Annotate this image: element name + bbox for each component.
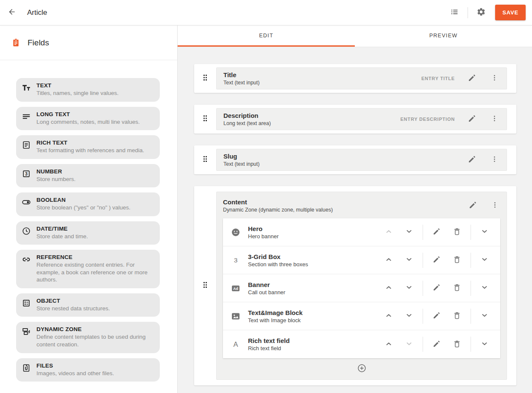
field-type-description: Titles, names, single line values. (36, 89, 119, 97)
divider (471, 309, 471, 324)
sidebar-item[interactable]: RICH TEXT Text formatting with reference… (16, 135, 160, 159)
expand-component-button[interactable] (478, 338, 491, 351)
move-down-button[interactable] (403, 310, 415, 323)
pencil-icon (468, 114, 476, 124)
trash-icon (453, 340, 461, 349)
svg-text:3: 3 (234, 256, 238, 264)
move-down-button[interactable] (403, 282, 415, 295)
drag-icon (201, 154, 209, 166)
sidebar-item[interactable]: FILES Images, videos and other files. (16, 358, 160, 382)
topbar-actions: SAVE (447, 5, 526, 20)
chevron-down-icon (480, 255, 489, 265)
save-button[interactable]: SAVE (495, 5, 526, 20)
letter-a-icon: A (231, 339, 241, 349)
object-icon (22, 298, 31, 308)
edit-field-button[interactable] (466, 73, 477, 84)
main-panel: EDIT PREVIEW Title (178, 25, 532, 393)
field-menu-button[interactable] (489, 154, 500, 165)
field-menu-button[interactable] (489, 114, 500, 125)
sidebar-item[interactable]: LONG TEXT Long comments, notes, multi li… (16, 107, 160, 131)
field-bar: Description Long text (text area) ENTRY … (216, 108, 507, 130)
divider (468, 7, 468, 18)
edit-component-button[interactable] (430, 226, 443, 239)
move-up-button[interactable] (382, 338, 395, 351)
move-up-button[interactable] (382, 310, 395, 323)
plus-circle-icon (357, 363, 367, 374)
files-icon (22, 363, 31, 373)
delete-component-button[interactable] (451, 282, 463, 295)
kebab-icon (490, 74, 499, 83)
move-up-button[interactable] (382, 226, 395, 239)
chevron-up-icon (384, 340, 393, 349)
field-menu-button[interactable] (489, 73, 500, 84)
divider (471, 337, 471, 352)
drag-icon (201, 113, 209, 125)
move-down-button[interactable] (403, 254, 415, 267)
edit-field-button[interactable] (466, 114, 477, 125)
chevron-down-icon (480, 283, 489, 293)
field-bar: Title Text (text input) ENTRY TITLE (216, 67, 507, 89)
field-menu-button[interactable] (489, 200, 500, 211)
tab-preview[interactable]: PREVIEW (355, 25, 532, 47)
edit-field-button[interactable] (466, 154, 477, 165)
sidebar-item[interactable]: DYNAMIC ZONE Define content templates to… (16, 322, 160, 353)
component-name: Banner (248, 281, 285, 288)
pencil-icon (432, 340, 441, 349)
settings-button[interactable] (474, 5, 489, 20)
move-down-button[interactable] (403, 338, 415, 351)
expand-component-button[interactable] (478, 310, 491, 323)
edit-field-button[interactable] (467, 200, 478, 211)
tab-edit[interactable]: EDIT (178, 25, 355, 47)
delete-component-button[interactable] (451, 254, 463, 267)
move-down-button[interactable] (403, 226, 415, 239)
trash-icon (453, 311, 461, 321)
field-type: Text (text input) (223, 161, 259, 167)
dynamic-zone-header: Content Dynamic Zone (dynamic zone, mult… (223, 198, 500, 213)
delete-component-button[interactable] (451, 310, 463, 323)
chevron-down-icon (480, 340, 489, 349)
delete-component-button[interactable] (451, 338, 463, 351)
move-up-button[interactable] (382, 254, 395, 267)
add-component-button[interactable] (357, 363, 367, 374)
edit-component-button[interactable] (430, 254, 443, 267)
component-row: Text&Image Block Text with Image block (223, 302, 500, 330)
svg-text:A: A (233, 340, 238, 348)
field-type: Long text (text area) (223, 120, 271, 126)
sidebar-item[interactable]: 3 NUMBER Store numbers. (16, 164, 160, 188)
sidebar-item[interactable]: BOOLEAN Store boolean ("yes" or "no" ) v… (16, 192, 160, 216)
chevron-up-icon (384, 227, 393, 237)
move-up-button[interactable] (382, 282, 395, 295)
drag-handle[interactable] (194, 113, 216, 125)
pencil-icon (432, 255, 441, 265)
kebab-icon (490, 155, 499, 164)
expand-component-button[interactable] (478, 254, 491, 267)
drag-handle[interactable] (194, 154, 216, 166)
delete-component-button[interactable] (451, 226, 463, 239)
field-badge: ENTRY DESCRIPTION (400, 117, 455, 122)
edit-component-button[interactable] (430, 338, 443, 351)
back-button[interactable] (4, 5, 19, 20)
field-type-label: FILES (36, 362, 114, 369)
divider (471, 225, 471, 240)
expand-component-button[interactable] (478, 282, 491, 295)
field-type-label: TEXT (36, 82, 119, 89)
field-type-description: Store numbers. (36, 176, 75, 183)
sidebar-item[interactable]: TEXT Titles, names, single line values. (16, 78, 160, 102)
sidebar-item[interactable]: OBJECT Store nested data structures. (16, 293, 160, 317)
sidebar-item[interactable]: DATE/TIME Store date and time. (16, 221, 160, 245)
component-name: Rich text field (248, 337, 290, 344)
list-view-button[interactable] (447, 5, 462, 20)
drag-handle[interactable] (194, 192, 216, 380)
expand-component-button[interactable] (478, 226, 491, 239)
edit-component-button[interactable] (430, 310, 443, 323)
divider (423, 337, 423, 352)
rich-text-icon (22, 140, 31, 150)
edit-component-button[interactable] (430, 282, 443, 295)
field-type: Text (text input) (223, 80, 259, 86)
divider (423, 225, 423, 240)
field-type: Dynamic Zone (dynamic zone, multiple val… (223, 207, 333, 213)
ad-icon: Ad (231, 283, 241, 293)
trash-icon (453, 227, 461, 237)
sidebar-item[interactable]: REFERENCE Reference existing content ent… (16, 250, 160, 288)
drag-handle[interactable] (194, 72, 216, 84)
